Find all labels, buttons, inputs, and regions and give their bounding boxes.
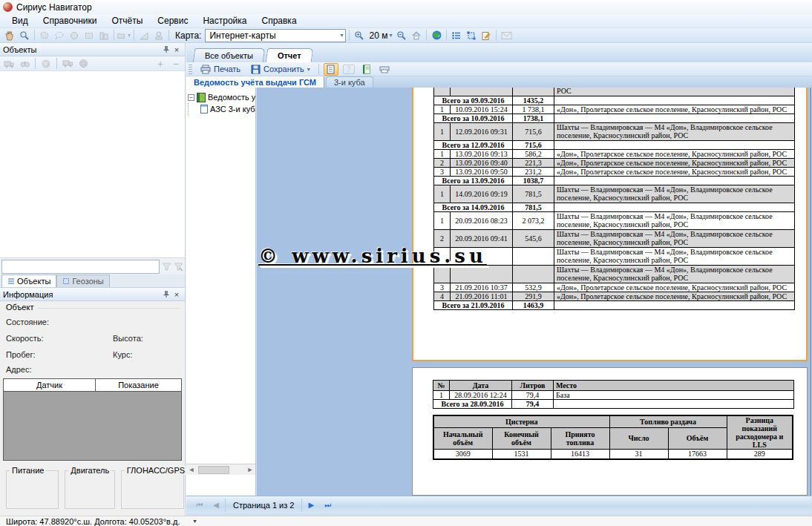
reading-col-header: Показание <box>96 379 181 391</box>
print-button[interactable]: Печать <box>197 64 244 75</box>
close-icon[interactable]: × <box>171 289 182 300</box>
table-cell: Всего за 12.09.2016 <box>434 140 513 149</box>
table-cell <box>513 88 554 96</box>
table-cell <box>434 265 451 283</box>
table-row: Всего за 28.09.201679,4 <box>433 400 794 409</box>
pin-icon[interactable] <box>161 289 171 300</box>
collapse-expander-icon[interactable]: − <box>188 94 194 101</box>
table-row: Всего за 13.09.20161038,7 <box>434 176 795 185</box>
map-select[interactable]: Интернет-карты ▾ <box>205 29 346 42</box>
expand-plus-button[interactable]: + <box>154 57 167 70</box>
scroll-left-arrow[interactable]: ◄ <box>186 466 197 473</box>
tab-report[interactable]: Отчет <box>266 48 313 62</box>
layers-dropdown-button[interactable]: ▾ <box>117 29 131 42</box>
mail-button[interactable] <box>500 29 513 42</box>
circle-select-button[interactable] <box>68 29 81 42</box>
globe-button[interactable] <box>430 29 443 42</box>
preview-toggle-button[interactable] <box>324 63 338 76</box>
zoom-in-button[interactable] <box>353 29 366 42</box>
zoom-out-icon <box>396 30 407 41</box>
status-dropdown-icon[interactable]: ▾ <box>193 518 196 525</box>
tab-vedomost[interactable]: Ведомость учёта выдачи ГСМ <box>186 76 324 88</box>
table-cell: 221,3 <box>513 158 554 167</box>
rect-select-button[interactable] <box>82 29 96 42</box>
add-object-button[interactable] <box>2 57 16 70</box>
tab-objects[interactable]: Объекты <box>1 274 56 287</box>
polygon-select-icon <box>39 30 50 41</box>
tab-3d-cube[interactable]: 3-и куба <box>326 76 373 88</box>
tab-all-objects[interactable]: Все объекты <box>193 48 266 62</box>
filter-apply-button[interactable] <box>162 262 171 272</box>
page-setup-button[interactable] <box>377 63 392 76</box>
pan-hand-button[interactable] <box>3 29 16 42</box>
tree-item-child[interactable]: АЗС 3-и куба <box>186 103 255 115</box>
pin-icon[interactable] <box>161 45 171 55</box>
table-cell <box>513 265 554 283</box>
stamp-tool-button[interactable] <box>152 29 166 42</box>
lasso-select-button[interactable] <box>53 29 66 42</box>
col-header-num: № <box>433 381 450 391</box>
home-view-button[interactable] <box>410 29 423 42</box>
address-label: Адрес: <box>6 365 32 374</box>
track-object-button[interactable] <box>61 57 74 70</box>
scroll-right-arrow[interactable]: ► <box>245 466 255 473</box>
find-object-button[interactable] <box>18 57 31 70</box>
table-cell: 231,2 <box>513 167 554 176</box>
polygon-select-button[interactable] <box>38 29 51 42</box>
angle-tool-button[interactable] <box>137 29 151 42</box>
objects-tree-area[interactable] <box>0 71 185 258</box>
report-page-2: № Дата Литров Место 128.09.2016 12:2479,… <box>412 367 808 496</box>
object-list-button[interactable] <box>450 29 463 42</box>
last-page-button[interactable]: ⏭ <box>320 499 335 512</box>
table-cell: 16413 <box>551 450 609 459</box>
report-preview[interactable]: РОСВсего за 09.09.20161435,2110.09.2016 … <box>257 88 811 496</box>
first-page-button[interactable]: ⏮ <box>192 499 207 512</box>
edit-notes-button[interactable] <box>479 29 493 42</box>
prev-page-button[interactable]: ◀ <box>209 499 223 512</box>
menu-reports[interactable]: Отчёты <box>104 14 150 27</box>
question-icon: ? <box>343 65 355 74</box>
glonass-label: ГЛОНАСС/GPS <box>125 466 187 475</box>
tree-indent <box>188 103 198 115</box>
object-filter-input[interactable] <box>1 260 160 274</box>
close-icon[interactable]: × <box>171 45 182 55</box>
toolbar-separator <box>134 30 134 41</box>
zoom-tool-button[interactable] <box>18 29 31 42</box>
menu-view[interactable]: Вид <box>4 14 36 27</box>
collapse-minus-button[interactable]: − <box>169 57 183 70</box>
show-on-map-button[interactable] <box>39 57 53 70</box>
parameters-button[interactable] <box>359 63 374 76</box>
tree-root-label: Ведомость учёта выдачи ГСМ <box>208 93 255 102</box>
menu-service[interactable]: Сервис <box>150 14 195 27</box>
table-cell: «Дон», Пролетарское сельское поселение, … <box>554 149 795 158</box>
help-button[interactable]: ? <box>341 63 356 76</box>
tree-hscrollbar[interactable]: ◄ ► <box>186 464 255 475</box>
menu-help[interactable]: Справка <box>254 14 304 27</box>
tree-item-root[interactable]: − Ведомость учёта выдачи ГСМ <box>186 91 255 103</box>
status-bar: Широта: 47.88920°с.ш. Долгота: 40.05203°… <box>0 516 812 526</box>
sphere-button[interactable] <box>76 57 90 70</box>
menu-settings[interactable]: Настройка <box>195 14 254 27</box>
ruler-button[interactable] <box>97 29 111 42</box>
table-cell: «Дон», Пролетарское сельское поселение, … <box>554 283 795 292</box>
table-row: 128.09.2016 12:2479,4База <box>433 391 794 400</box>
zoom-scale-dropdown[interactable]: 20 м▾ <box>367 30 393 41</box>
table-row: 114.09.2016 09:19781,5Шахты — Владимиров… <box>434 185 795 203</box>
geozone-button[interactable] <box>465 29 478 42</box>
filter-clear-button[interactable] <box>174 262 183 272</box>
menu-directories[interactable]: Справочники <box>36 14 105 27</box>
funnel-clear-icon <box>174 262 183 272</box>
table-cell: 31 <box>609 450 668 459</box>
tab-geozones[interactable]: Геозоны <box>56 274 109 287</box>
print-label: Печать <box>214 65 240 73</box>
filter-row <box>0 258 185 274</box>
map-select-value: Интернет-карты <box>209 30 275 41</box>
table-cell: 2 <box>434 158 451 167</box>
scroll-thumb[interactable] <box>198 466 229 474</box>
zoom-out-button[interactable] <box>395 29 408 42</box>
next-page-button[interactable]: ▶ <box>304 499 318 512</box>
sensor-table-header: Датчик Показание <box>4 379 181 392</box>
save-button[interactable]: Сохранить ▾ <box>247 64 314 75</box>
page-counter: Страница 1 из 2 <box>225 499 302 512</box>
binoculars-icon <box>20 59 30 68</box>
